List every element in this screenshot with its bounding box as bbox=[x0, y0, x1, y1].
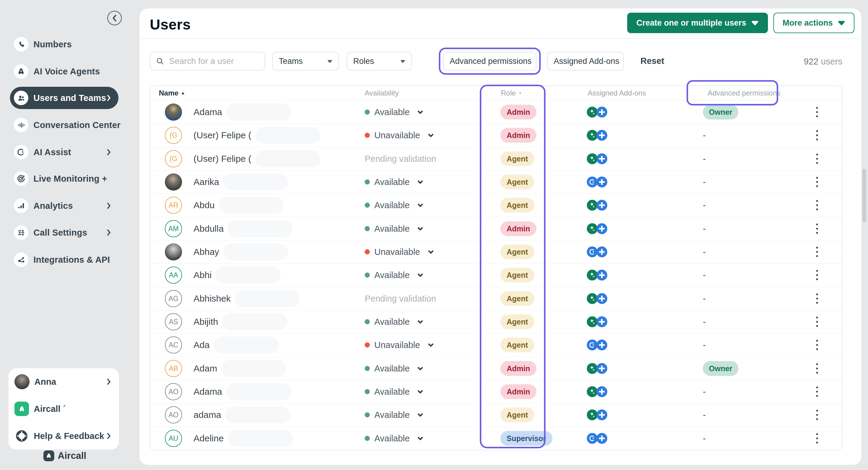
table-row: AMAbdullaAvailableAdmin- bbox=[150, 217, 842, 240]
sidebar-item-numbers[interactable]: Numbers bbox=[10, 33, 119, 56]
assigned-addons-filter-dropdown[interactable]: Assigned Add-ons bbox=[547, 52, 624, 70]
assigned-addons-cell bbox=[587, 177, 607, 187]
ai-assist-icon bbox=[14, 145, 28, 159]
availability-chevron-down-icon[interactable] bbox=[416, 388, 424, 396]
sidebar-item-ai-assist[interactable]: AI Assist bbox=[10, 141, 119, 163]
sidebar-item-call-settings[interactable]: Call Settings bbox=[10, 221, 119, 244]
redacted-surname bbox=[222, 313, 287, 330]
availability-label: Unavailable bbox=[374, 247, 420, 257]
search-input[interactable] bbox=[168, 56, 259, 66]
availability-chevron-down-icon[interactable] bbox=[427, 341, 435, 349]
role-badge: Admin bbox=[500, 384, 536, 399]
user-name: Adeline bbox=[193, 433, 224, 443]
table-row: ABAdamAvailableAdminOwner bbox=[150, 357, 842, 380]
role-badge: Admin bbox=[500, 128, 536, 143]
user-name-cell: Adam bbox=[193, 360, 286, 377]
availability-status-dot bbox=[365, 249, 370, 255]
caret-down-icon bbox=[400, 59, 405, 63]
row-actions-kebab-menu[interactable] bbox=[812, 362, 822, 375]
availability-status-dot bbox=[365, 366, 370, 371]
row-actions-kebab-menu[interactable] bbox=[812, 315, 822, 329]
lifebuoy-icon bbox=[14, 429, 29, 443]
sidebar-item-integrations-api[interactable]: Integrations & API bbox=[10, 249, 119, 271]
availability-cell: Pending validation bbox=[365, 293, 436, 303]
availability-chevron-down-icon[interactable] bbox=[416, 365, 424, 372]
sidebar-item-ai-voice-agents[interactable]: AI Voice Agents bbox=[10, 60, 119, 83]
sidebar-collapse-button[interactable] bbox=[107, 11, 122, 25]
reset-filters-link[interactable]: Reset bbox=[641, 56, 664, 66]
sidebar-item-label: Users and Teams bbox=[33, 93, 106, 103]
row-actions-kebab-menu[interactable] bbox=[812, 338, 822, 352]
assigned-addons-cell bbox=[587, 200, 607, 211]
availability-chevron-down-icon[interactable] bbox=[416, 272, 424, 279]
availability-chevron-down-icon[interactable] bbox=[416, 434, 424, 442]
redacted-surname bbox=[221, 360, 286, 377]
more-actions-button[interactable]: More actions bbox=[773, 13, 855, 33]
table-row: AUAdelineAvailableSupervisor- bbox=[150, 427, 842, 450]
roles-filter-dropdown[interactable]: Roles bbox=[347, 52, 412, 70]
row-actions-kebab-menu[interactable] bbox=[812, 175, 822, 189]
avatar: AS bbox=[165, 313, 182, 331]
availability-chevron-down-icon[interactable] bbox=[416, 108, 424, 116]
availability-label: Available bbox=[374, 363, 410, 373]
sidebar-item-profile[interactable]: Anna bbox=[8, 368, 119, 395]
row-actions-kebab-menu[interactable] bbox=[812, 198, 822, 212]
sort-ascending-icon bbox=[181, 92, 185, 95]
availability-cell: Available bbox=[365, 200, 424, 210]
row-actions-kebab-menu[interactable] bbox=[812, 432, 822, 445]
row-actions-kebab-menu[interactable] bbox=[812, 268, 822, 282]
aircall-app-icon bbox=[14, 402, 29, 416]
user-name-cell: Ada bbox=[193, 337, 278, 353]
availability-chevron-down-icon[interactable] bbox=[427, 132, 435, 139]
availability-cell: Unavailable bbox=[365, 247, 435, 257]
plus-addon-icon bbox=[596, 200, 607, 211]
row-actions-kebab-menu[interactable] bbox=[812, 105, 822, 119]
table-row: AarikaAvailableAgent- bbox=[150, 170, 842, 193]
row-actions-kebab-menu[interactable] bbox=[812, 152, 822, 166]
assigned-addons-cell bbox=[587, 293, 607, 304]
assigned-addons-cell bbox=[587, 409, 607, 420]
sidebar-item-help-feedback[interactable]: Help & Feedback bbox=[8, 422, 119, 449]
availability-chevron-down-icon[interactable] bbox=[416, 225, 424, 232]
teams-filter-dropdown[interactable]: Teams bbox=[272, 52, 339, 70]
sidebar-item-label: Call Settings bbox=[33, 228, 87, 238]
sidebar-item-company[interactable]: Aircall ´ bbox=[8, 395, 119, 422]
sidebar-item-live-monitoring[interactable]: Live Monitoring + bbox=[10, 167, 119, 190]
availability-label: Unavailable bbox=[374, 340, 420, 350]
availability-cell: Available bbox=[365, 317, 424, 327]
row-actions-kebab-menu[interactable] bbox=[812, 245, 822, 259]
role-badge: Agent bbox=[500, 408, 534, 422]
plus-addon-icon bbox=[596, 363, 607, 374]
avatar: AU bbox=[165, 430, 182, 447]
availability-chevron-down-icon[interactable] bbox=[416, 411, 424, 419]
chevron-down-icon bbox=[838, 20, 845, 26]
create-users-button[interactable]: Create one or multiple users bbox=[627, 13, 768, 33]
chevron-down-icon bbox=[751, 20, 759, 26]
sidebar-item-users-and-teams[interactable]: Users and Teams bbox=[10, 87, 119, 109]
availability-status-dot bbox=[365, 203, 370, 208]
row-actions-kebab-menu[interactable] bbox=[812, 408, 822, 422]
vertical-scrollbar[interactable] bbox=[862, 169, 866, 222]
search-box bbox=[150, 52, 265, 70]
sidebar-item-label: Live Monitoring + bbox=[33, 174, 107, 184]
availability-chevron-down-icon[interactable] bbox=[416, 318, 424, 326]
column-header-availability: Availability bbox=[365, 89, 399, 97]
row-actions-kebab-menu[interactable] bbox=[812, 385, 822, 399]
column-header-role[interactable]: Role bbox=[501, 89, 522, 97]
sidebar-item-conversation-center[interactable]: Conversation Center bbox=[10, 114, 119, 136]
row-actions-kebab-menu[interactable] bbox=[812, 128, 822, 142]
availability-chevron-down-icon[interactable] bbox=[416, 178, 424, 186]
availability-label: Available bbox=[374, 270, 410, 280]
availability-chevron-down-icon[interactable] bbox=[416, 201, 424, 209]
availability-cell: Available bbox=[365, 387, 424, 397]
advanced-permissions-filter-dropdown[interactable]: Advanced permissions bbox=[443, 52, 536, 70]
row-actions-kebab-menu[interactable] bbox=[812, 292, 822, 306]
user-name: Aarika bbox=[193, 177, 219, 187]
integrations-icon bbox=[14, 252, 28, 267]
availability-chevron-down-icon[interactable] bbox=[427, 248, 435, 256]
column-header-name[interactable]: Name bbox=[159, 89, 185, 97]
role-badge: Agent bbox=[500, 268, 534, 283]
row-actions-kebab-menu[interactable] bbox=[812, 222, 822, 236]
sidebar-item-analytics[interactable]: Analytics bbox=[10, 195, 119, 217]
plus-addon-icon bbox=[596, 270, 607, 281]
